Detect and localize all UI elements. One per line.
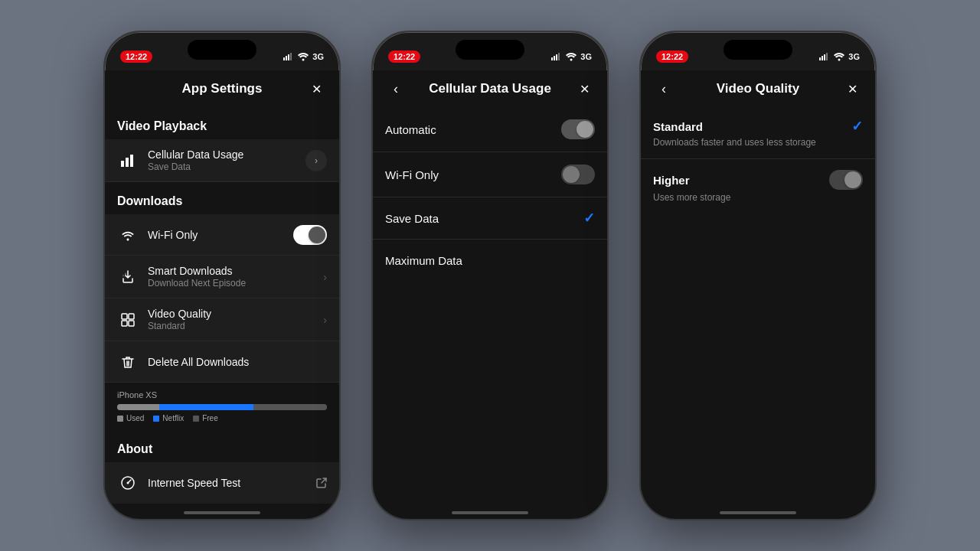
svg-rect-1 (286, 56, 287, 60)
video-quality-subtitle: Standard (148, 321, 323, 331)
legend-free-label: Free (202, 414, 218, 422)
screen-1: App Settings ✕ Video Playback Cellular D… (105, 70, 339, 519)
cellular-data-row[interactable]: Cellular Data Usage Save Data › (105, 139, 339, 182)
status-time-1: 12:22 (120, 51, 152, 63)
internet-speed-right (316, 478, 327, 488)
wifi-only-toggle[interactable] (293, 225, 327, 245)
svg-rect-10 (122, 321, 127, 326)
close-button-2[interactable]: ✕ (573, 78, 595, 99)
legend-free-dot (193, 416, 199, 422)
storage-used (117, 404, 159, 410)
legend-netflix: Netflix (153, 414, 184, 422)
legend-used: Used (117, 414, 144, 422)
svg-point-4 (302, 59, 305, 61)
wifi-only-option-row[interactable]: Wi-Fi Only (373, 152, 607, 197)
maximum-data-row[interactable]: Maximum Data (373, 240, 607, 281)
automatic-row[interactable]: Automatic (373, 107, 607, 152)
svg-point-13 (127, 482, 129, 484)
storage-section: iPhone XS Used Netflix Free (105, 383, 339, 430)
wifi-only-option-label: Wi-Fi Only (385, 168, 439, 181)
video-quality-icon (117, 309, 139, 331)
status-icons-3: 3G (819, 52, 860, 61)
internet-speed-row[interactable]: Internet Speed Test (105, 462, 339, 504)
video-playback-header: Video Playback (105, 107, 339, 139)
status-icons-2: 3G (551, 52, 592, 61)
smart-downloads-right: › (323, 271, 327, 283)
wifi-only-content: Wi-Fi Only (148, 229, 293, 241)
cellular-data-title: Cellular Data Usage (148, 148, 305, 161)
cellular-data-right: › (305, 150, 327, 171)
higher-quality-row[interactable]: Higher Uses more storage (641, 159, 875, 214)
svg-point-23 (838, 59, 841, 61)
standard-quality-subtitle: Downloads faster and uses less storage (653, 137, 863, 148)
svg-rect-5 (121, 161, 124, 167)
smart-downloads-title: Smart Downloads (148, 265, 323, 277)
wifi-only-title: Wi-Fi Only (148, 229, 293, 241)
smart-downloads-icon (117, 266, 139, 288)
svg-rect-22 (826, 53, 828, 60)
svg-rect-15 (554, 56, 555, 60)
svg-rect-0 (283, 57, 285, 60)
downloads-header: Downloads (105, 182, 339, 214)
cellular-data-content: Cellular Data Usage Save Data (148, 148, 305, 172)
svg-rect-11 (129, 321, 134, 326)
wifi-only-right (293, 225, 327, 245)
close-button-3[interactable]: ✕ (841, 78, 863, 99)
smart-downloads-chevron: › (323, 271, 327, 283)
home-indicator-3 (720, 511, 796, 514)
delete-downloads-content: Delete All Downloads (148, 356, 327, 368)
delete-downloads-row[interactable]: Delete All Downloads (105, 341, 339, 383)
delete-downloads-title: Delete All Downloads (148, 356, 327, 368)
phone-2: 12:22 3G ‹ Cellular Data Usage ✕ Automat… (371, 31, 609, 520)
nav-bar-1: App Settings ✕ (105, 70, 339, 107)
internet-speed-content: Internet Speed Test (148, 477, 316, 489)
home-indicator-1 (184, 511, 260, 514)
save-data-checkmark: ✓ (583, 210, 595, 227)
wifi-only-row[interactable]: Wi-Fi Only (105, 214, 339, 256)
svg-point-18 (570, 59, 573, 61)
internet-speed-title: Internet Speed Test (148, 477, 316, 489)
back-button-2[interactable]: ‹ (385, 78, 407, 99)
app-settings-title: App Settings (182, 81, 263, 96)
standard-quality-title: Standard (653, 120, 703, 133)
save-data-row[interactable]: Save Data ✓ (373, 197, 607, 240)
storage-netflix (159, 404, 253, 410)
cellular-nav-button[interactable]: › (305, 150, 327, 171)
video-quality-row[interactable]: Video Quality Standard › (105, 298, 339, 341)
legend-used-dot (117, 416, 123, 422)
svg-rect-8 (122, 314, 127, 319)
svg-rect-2 (288, 54, 289, 60)
legend-netflix-label: Netflix (162, 414, 184, 422)
video-quality-content: Video Quality Standard (148, 308, 323, 331)
svg-rect-14 (551, 57, 553, 60)
svg-rect-20 (822, 56, 823, 60)
automatic-toggle[interactable] (561, 119, 595, 139)
legend-free: Free (193, 414, 218, 422)
wifi-only-option-toggle[interactable] (561, 165, 595, 184)
video-quality-right: › (323, 314, 327, 326)
storage-bar (117, 404, 327, 410)
svg-rect-19 (819, 57, 821, 60)
nav-bar-2: ‹ Cellular Data Usage ✕ (373, 70, 607, 107)
about-header: About (105, 430, 339, 462)
phone-1: 12:22 3G App Settings ✕ Video Playback C… (103, 31, 341, 520)
wifi-icon (117, 224, 139, 246)
svg-rect-6 (126, 158, 129, 167)
close-button-1[interactable]: ✕ (305, 78, 327, 99)
standard-quality-row[interactable]: Standard ✓ Downloads faster and uses les… (641, 107, 875, 159)
higher-quality-toggle[interactable] (829, 170, 863, 190)
trash-icon (117, 351, 139, 373)
svg-rect-16 (556, 54, 557, 60)
video-quality-chevron: › (323, 314, 327, 326)
home-indicator-2 (452, 511, 528, 514)
status-time-3: 12:22 (656, 51, 688, 63)
legend-used-label: Used (126, 414, 144, 422)
back-button-3[interactable]: ‹ (653, 78, 675, 99)
legend-netflix-dot (153, 416, 159, 422)
smart-downloads-row[interactable]: Smart Downloads Download Next Episode › (105, 256, 339, 298)
bar-chart-icon (117, 150, 139, 171)
higher-quality-title: Higher (653, 174, 690, 187)
status-time-2: 12:22 (388, 51, 420, 63)
screen-2: ‹ Cellular Data Usage ✕ Automatic Wi-Fi … (373, 70, 607, 519)
standard-quality-header: Standard ✓ (653, 118, 863, 135)
